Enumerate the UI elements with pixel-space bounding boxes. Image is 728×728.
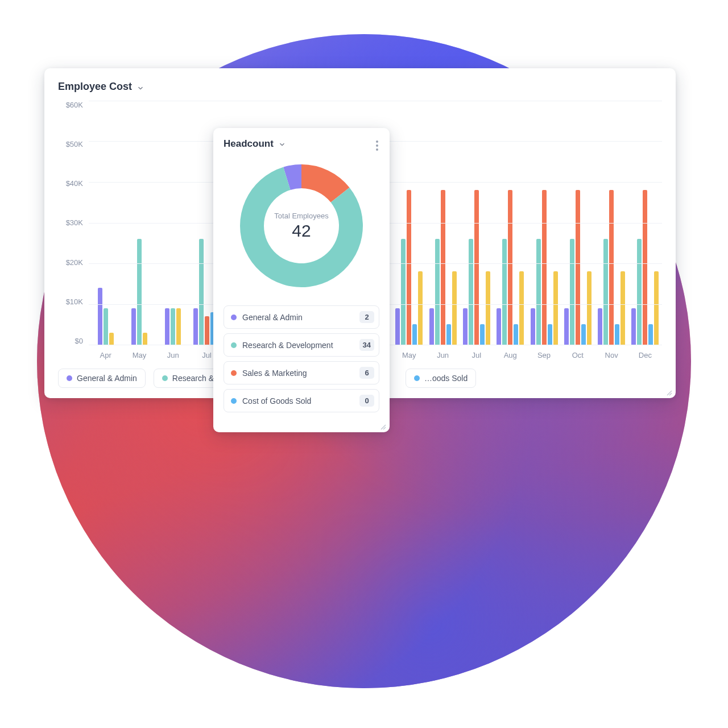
legend-label: Research & Development: [242, 341, 359, 350]
legend-item-cost-goods[interactable]: …oods Sold: [406, 369, 476, 388]
y-tick: $60K: [66, 101, 83, 109]
y-tick: $50K: [66, 140, 83, 148]
svg-line-0: [667, 391, 672, 395]
legend-dot-icon: [231, 342, 237, 348]
svg-line-3: [383, 427, 386, 429]
chevron-down-icon: [278, 140, 286, 148]
resize-handle-icon[interactable]: [379, 422, 386, 429]
legend-count: 6: [359, 367, 374, 379]
legend-label: Cost of Goods Sold: [242, 396, 359, 406]
donut-center-label: Total Employees: [274, 212, 328, 220]
month-label: Apr: [100, 351, 111, 359]
employee-cost-title-row[interactable]: Employee Cost: [58, 81, 662, 93]
headcount-legend: General & Admin 2 Research & Development…: [224, 305, 379, 412]
y-axis: $60K $50K $40K $30K $20K $10K $0: [58, 101, 89, 345]
legend-label: Sales & Marketing: [242, 369, 359, 378]
y-tick: $10K: [66, 297, 83, 306]
svg-line-1: [669, 393, 672, 395]
legend-dot-icon: [414, 375, 420, 381]
month-label: Jul: [202, 351, 212, 359]
legend-item-general-admin[interactable]: General & Admin: [58, 369, 146, 388]
legend-dot-icon: [231, 315, 237, 320]
month-label: Jul: [472, 351, 482, 359]
kebab-dot-icon: [376, 144, 378, 147]
month-label: Jun: [437, 351, 449, 359]
legend-label: …oods Sold: [424, 374, 468, 383]
legend-row-general-admin[interactable]: General & Admin 2: [224, 305, 379, 329]
legend-dot-icon: [231, 370, 237, 376]
employee-cost-title: Employee Cost: [58, 81, 132, 93]
legend-count: 2: [359, 311, 374, 323]
y-tick: $0: [75, 337, 83, 345]
more-options-button[interactable]: [374, 138, 380, 153]
legend-label: General & Admin: [242, 313, 359, 322]
svg-line-2: [381, 425, 386, 429]
legend-dot-icon: [162, 375, 168, 381]
kebab-dot-icon: [376, 148, 378, 151]
legend-dot-icon: [231, 398, 237, 404]
month-label: May: [402, 351, 416, 359]
month-label: Oct: [572, 351, 584, 359]
legend-label: General & Admin: [77, 374, 137, 383]
donut-center: Total Employees 42: [274, 212, 328, 241]
month-label: Dec: [639, 351, 652, 359]
chevron-down-icon: [136, 83, 144, 91]
legend-row-cost-goods[interactable]: Cost of Goods Sold 0: [224, 389, 379, 412]
y-tick: $40K: [66, 179, 83, 188]
headcount-title: Headcount: [224, 138, 274, 150]
month-label: Jun: [167, 351, 179, 359]
headcount-donut-chart: Total Employees 42: [224, 158, 379, 294]
kebab-dot-icon: [376, 140, 378, 143]
month-label: May: [133, 351, 147, 359]
month-label: Nov: [605, 351, 618, 359]
headcount-title-row[interactable]: Headcount: [224, 138, 379, 150]
headcount-card: Headcount Total Employees 42 General & A…: [213, 128, 390, 432]
legend-dot-icon: [67, 375, 72, 381]
y-tick: $20K: [66, 258, 83, 267]
month-label: Sep: [537, 351, 551, 359]
donut-center-value: 42: [274, 221, 328, 241]
legend-count: 0: [359, 395, 374, 407]
legend-count: 34: [359, 339, 374, 351]
legend-row-research-dev[interactable]: Research & Development 34: [224, 333, 379, 357]
legend-row-sales-marketing[interactable]: Sales & Marketing 6: [224, 361, 379, 384]
y-tick: $30K: [66, 218, 83, 227]
month-label: Aug: [504, 351, 517, 359]
resize-handle-icon[interactable]: [665, 388, 672, 395]
